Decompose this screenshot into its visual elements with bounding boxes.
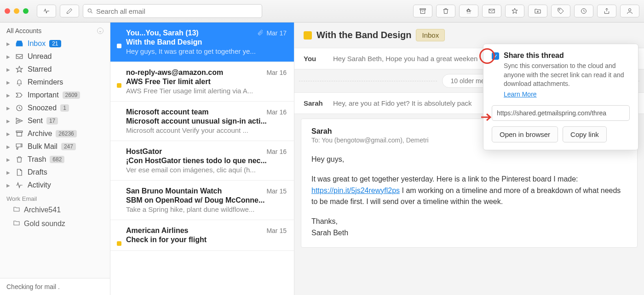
accounts-dropdown-icon[interactable]: ⌄ xyxy=(97,28,104,34)
thumbs-down-icon xyxy=(15,142,24,151)
sidebar-item-label: Trash xyxy=(28,155,46,164)
thread-item[interactable]: HostGatorMar 16 ¡Con HostGator tienes to… xyxy=(110,141,294,181)
share-url-field[interactable] xyxy=(492,105,630,121)
sidebar-item-label: Archive541 xyxy=(24,206,61,214)
thread-item[interactable]: San Bruno Mountain WatchMar 15 SBM on Op… xyxy=(110,181,294,220)
svg-rect-7 xyxy=(16,55,23,59)
thread-item[interactable]: Microsoft account teamMar 16 Microsoft a… xyxy=(110,102,294,141)
svg-rect-2 xyxy=(420,10,425,13)
open-browser-button[interactable]: Open in browser xyxy=(492,126,558,142)
thread-from: Microsoft account team xyxy=(126,108,263,116)
share-checkbox[interactable]: ✓ xyxy=(492,52,499,60)
thread-preview: Microsoft account Verify your account ..… xyxy=(126,126,287,134)
thread-label-icon xyxy=(304,31,312,40)
star-button[interactable] xyxy=(505,5,524,17)
count-badge: 1 xyxy=(60,104,69,112)
disclosure-icon: ▶ xyxy=(6,67,11,72)
sidebar-item-archive[interactable]: ▶ Archive 26236 xyxy=(0,127,110,140)
trash-icon xyxy=(15,155,24,164)
drafts-icon xyxy=(15,168,24,176)
thread-date: Mar 15 xyxy=(266,227,287,234)
sidebar-item-inbox[interactable]: ▶ Inbox 21 xyxy=(0,37,110,50)
archive-button[interactable] xyxy=(413,5,432,17)
thread-from: HostGator xyxy=(126,148,263,156)
sidebar-item-trash[interactable]: ▶ Trash 682 xyxy=(0,153,110,166)
sidebar-item-label: Archive xyxy=(28,130,52,138)
compose-button[interactable] xyxy=(60,5,79,17)
message-to: To: You (bengotow@gmail.com), Demetri xyxy=(311,136,429,144)
star-icon xyxy=(15,65,24,74)
sidebar-item-unread[interactable]: ▶ Unread xyxy=(0,50,110,63)
snooze-button[interactable] xyxy=(574,5,593,17)
bell-icon xyxy=(15,78,24,86)
sidebar-item-drafts[interactable]: ▶ Drafts xyxy=(0,166,110,179)
share-button[interactable] xyxy=(597,5,616,17)
search-input[interactable] xyxy=(96,7,258,15)
thread-subject: SBM on OpenRoad w/ Doug McConne... xyxy=(126,196,287,204)
sidebar: All Accounts ⌄ ▶ Inbox 21 ▶ Unread ▶ Sta… xyxy=(0,23,110,295)
accounts-header[interactable]: All Accounts ⌄ xyxy=(0,23,110,37)
share-title: Share this thread xyxy=(504,51,630,60)
minimize-window-icon[interactable] xyxy=(14,8,19,14)
sidebar-item-label: Sent xyxy=(28,117,43,125)
count-badge: 682 xyxy=(50,156,64,163)
thread-date: Mar 17 xyxy=(257,29,287,37)
unread-icon xyxy=(15,52,24,61)
disclosure-icon: ▶ xyxy=(6,157,11,162)
account-button[interactable] xyxy=(620,5,639,17)
thread-item[interactable]: American AirlinesMar 15 Check in for you… xyxy=(110,220,294,251)
sidebar-folder-gold[interactable]: Gold soundz xyxy=(0,217,110,231)
sidebar-item-snoozed[interactable]: ▶ Snoozed 1 xyxy=(0,102,110,114)
thread-item[interactable]: You...You, Sarah (13) Mar 17 With the Ba… xyxy=(110,23,294,62)
msg-from: You xyxy=(304,55,327,62)
count-badge: 17 xyxy=(46,117,58,125)
body-signoff: Thanks, xyxy=(311,216,627,227)
status-bar: Checking for mail . xyxy=(0,278,110,295)
close-window-icon[interactable] xyxy=(5,8,10,14)
spam-button[interactable] xyxy=(459,5,478,17)
sidebar-item-reminders[interactable]: ▶ Reminders xyxy=(0,76,110,89)
thread-from: no-reply-aws@amazon.com xyxy=(126,68,263,77)
unread-badge: 21 xyxy=(49,40,61,47)
thread-from: San Bruno Mountain Watch xyxy=(126,187,263,195)
mark-unread-button[interactable] xyxy=(482,5,501,17)
move-folder-button[interactable] xyxy=(528,5,547,17)
copy-link-button[interactable]: Copy link xyxy=(563,126,607,142)
titlebar xyxy=(0,0,644,23)
body-signature: Sarah Beth xyxy=(311,227,627,239)
sidebar-item-starred[interactable]: ▶ Starred xyxy=(0,63,110,76)
activity-icon[interactable] xyxy=(37,5,56,17)
disclosure-icon: ▶ xyxy=(6,80,11,85)
sidebar-item-sent[interactable]: ▶ Sent 17 xyxy=(0,114,110,127)
thread-list: You...You, Sarah (13) Mar 17 With the Ba… xyxy=(110,23,294,295)
sidebar-item-label: Drafts xyxy=(28,168,47,176)
label-button[interactable] xyxy=(551,5,570,17)
disclosure-icon: ▶ xyxy=(6,183,11,188)
count-badge: 247 xyxy=(61,143,76,150)
sidebar-item-bulk[interactable]: ▶ Bulk Mail 247 xyxy=(0,140,110,153)
accounts-label: All Accounts xyxy=(6,27,41,34)
sidebar-item-activity[interactable]: ▶ Activity xyxy=(0,179,110,192)
disclosure-icon: ▶ xyxy=(6,170,11,175)
search-field[interactable] xyxy=(83,4,262,18)
svg-point-0 xyxy=(88,9,91,12)
message-from: Sarah xyxy=(311,127,429,136)
zoom-window-icon[interactable] xyxy=(23,8,29,14)
thread-preview: Hey guys, It was great to get together y… xyxy=(126,47,287,55)
trash-button[interactable] xyxy=(436,5,455,17)
sidebar-folder-archive541[interactable]: Archive541 xyxy=(0,203,110,217)
message-body: Hey guys, It was great to get together y… xyxy=(311,154,627,239)
pinterest-link[interactable]: https://pin.it/5js24rewyfl2ps xyxy=(311,187,400,194)
thread-item[interactable]: no-reply-aws@amazon.comMar 16 AWS Free T… xyxy=(110,62,294,102)
folder-chip[interactable]: Inbox xyxy=(416,29,445,41)
msg-from: Sarah xyxy=(304,99,327,107)
thread-date: Mar 16 xyxy=(266,148,287,155)
thread-subject: AWS Free Tier limit alert xyxy=(126,78,287,86)
disclosure-icon: ▶ xyxy=(6,41,11,46)
sidebar-section-work: Work Email xyxy=(0,192,110,203)
svg-point-4 xyxy=(559,9,560,10)
sidebar-item-important[interactable]: ▶ Important 2609 xyxy=(0,89,110,102)
learn-more-link[interactable]: Learn More xyxy=(504,91,537,98)
msg-preview: Hey, are you at Fido yet? It is absolute… xyxy=(333,99,472,107)
important-icon xyxy=(15,91,24,99)
